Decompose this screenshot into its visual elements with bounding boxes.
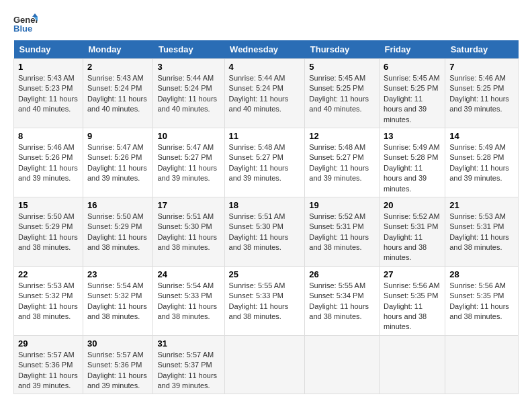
cell-content: Sunrise: 5:53 AMSunset: 5:32 PMDaylight:… bbox=[18, 281, 79, 322]
day-number: 25 bbox=[229, 269, 301, 279]
cell-content: Sunrise: 5:49 AMSunset: 5:28 PMDaylight:… bbox=[384, 142, 441, 194]
calendar-cell bbox=[305, 335, 380, 394]
col-header-sunday: Sunday bbox=[14, 40, 83, 59]
cell-content: Sunrise: 5:56 AMSunset: 5:35 PMDaylight:… bbox=[384, 281, 441, 332]
calendar-cell: 27Sunrise: 5:56 AMSunset: 5:35 PMDayligh… bbox=[379, 266, 445, 335]
day-number: 2 bbox=[87, 62, 148, 72]
day-number: 6 bbox=[384, 62, 441, 72]
logo: General Blue bbox=[13, 13, 38, 34]
cell-content: Sunrise: 5:53 AMSunset: 5:31 PMDaylight:… bbox=[449, 212, 514, 253]
calendar-cell: 10Sunrise: 5:47 AMSunset: 5:27 PMDayligh… bbox=[153, 128, 224, 197]
cell-content: Sunrise: 5:48 AMSunset: 5:27 PMDaylight:… bbox=[309, 142, 375, 184]
calendar-cell: 14Sunrise: 5:49 AMSunset: 5:28 PMDayligh… bbox=[445, 128, 519, 197]
day-number: 24 bbox=[157, 269, 220, 279]
cell-content: Sunrise: 5:50 AMSunset: 5:29 PMDaylight:… bbox=[87, 212, 148, 253]
day-number: 23 bbox=[87, 269, 148, 279]
cell-content: Sunrise: 5:47 AMSunset: 5:27 PMDaylight:… bbox=[157, 142, 220, 184]
cell-content: Sunrise: 5:57 AMSunset: 5:36 PMDaylight:… bbox=[18, 350, 79, 392]
cell-content: Sunrise: 5:55 AMSunset: 5:33 PMDaylight:… bbox=[229, 281, 301, 322]
calendar-cell bbox=[379, 335, 445, 394]
calendar-cell: 28Sunrise: 5:56 AMSunset: 5:35 PMDayligh… bbox=[445, 266, 519, 335]
cell-content: Sunrise: 5:55 AMSunset: 5:34 PMDaylight:… bbox=[309, 281, 375, 322]
calendar-cell: 22Sunrise: 5:53 AMSunset: 5:32 PMDayligh… bbox=[14, 266, 83, 335]
day-number: 1 bbox=[18, 62, 79, 72]
calendar-cell: 20Sunrise: 5:52 AMSunset: 5:31 PMDayligh… bbox=[379, 197, 445, 266]
week-row: 8Sunrise: 5:46 AMSunset: 5:26 PMDaylight… bbox=[14, 128, 519, 197]
calendar-cell bbox=[445, 335, 519, 394]
cell-content: Sunrise: 5:46 AMSunset: 5:25 PMDaylight:… bbox=[449, 73, 514, 115]
col-header-friday: Friday bbox=[379, 40, 445, 59]
cell-content: Sunrise: 5:52 AMSunset: 5:31 PMDaylight:… bbox=[384, 212, 441, 263]
calendar-cell: 1Sunrise: 5:43 AMSunset: 5:23 PMDaylight… bbox=[14, 59, 83, 128]
cell-content: Sunrise: 5:52 AMSunset: 5:31 PMDaylight:… bbox=[309, 212, 375, 253]
cell-content: Sunrise: 5:47 AMSunset: 5:26 PMDaylight:… bbox=[87, 142, 148, 184]
day-number: 29 bbox=[18, 338, 79, 349]
cell-content: Sunrise: 5:50 AMSunset: 5:29 PMDaylight:… bbox=[18, 212, 79, 253]
day-number: 5 bbox=[309, 62, 375, 72]
calendar-cell: 25Sunrise: 5:55 AMSunset: 5:33 PMDayligh… bbox=[224, 266, 305, 335]
day-number: 4 bbox=[229, 62, 301, 72]
cell-content: Sunrise: 5:45 AMSunset: 5:25 PMDaylight:… bbox=[309, 73, 375, 115]
calendar-cell: 11Sunrise: 5:48 AMSunset: 5:27 PMDayligh… bbox=[224, 128, 305, 197]
day-number: 26 bbox=[309, 269, 375, 279]
calendar-cell: 6Sunrise: 5:45 AMSunset: 5:25 PMDaylight… bbox=[379, 59, 445, 128]
day-number: 28 bbox=[449, 269, 514, 279]
day-number: 13 bbox=[384, 131, 441, 141]
day-number: 9 bbox=[87, 131, 148, 141]
day-number: 22 bbox=[18, 269, 79, 279]
header: General Blue bbox=[13, 13, 519, 34]
calendar-table: SundayMondayTuesdayWednesdayThursdayFrid… bbox=[13, 40, 519, 394]
day-number: 17 bbox=[157, 200, 220, 210]
calendar-cell: 5Sunrise: 5:45 AMSunset: 5:25 PMDaylight… bbox=[305, 59, 380, 128]
col-header-monday: Monday bbox=[83, 40, 152, 59]
cell-content: Sunrise: 5:49 AMSunset: 5:28 PMDaylight:… bbox=[449, 142, 514, 184]
calendar-cell: 8Sunrise: 5:46 AMSunset: 5:26 PMDaylight… bbox=[14, 128, 83, 197]
calendar-cell: 7Sunrise: 5:46 AMSunset: 5:25 PMDaylight… bbox=[445, 59, 519, 128]
header-row: SundayMondayTuesdayWednesdayThursdayFrid… bbox=[14, 40, 519, 59]
day-number: 3 bbox=[157, 62, 220, 72]
cell-content: Sunrise: 5:54 AMSunset: 5:32 PMDaylight:… bbox=[87, 281, 148, 322]
week-row: 29Sunrise: 5:57 AMSunset: 5:36 PMDayligh… bbox=[14, 335, 519, 394]
col-header-wednesday: Wednesday bbox=[224, 40, 305, 59]
cell-content: Sunrise: 5:44 AMSunset: 5:24 PMDaylight:… bbox=[229, 73, 301, 115]
calendar-cell: 21Sunrise: 5:53 AMSunset: 5:31 PMDayligh… bbox=[445, 197, 519, 266]
cell-content: Sunrise: 5:57 AMSunset: 5:36 PMDaylight:… bbox=[87, 350, 148, 392]
calendar-cell: 31Sunrise: 5:57 AMSunset: 5:37 PMDayligh… bbox=[153, 335, 224, 394]
day-number: 14 bbox=[449, 131, 514, 141]
calendar-cell: 30Sunrise: 5:57 AMSunset: 5:36 PMDayligh… bbox=[83, 335, 152, 394]
calendar-cell bbox=[224, 335, 305, 394]
cell-content: Sunrise: 5:51 AMSunset: 5:30 PMDaylight:… bbox=[157, 212, 220, 253]
calendar-cell: 4Sunrise: 5:44 AMSunset: 5:24 PMDaylight… bbox=[224, 59, 305, 128]
calendar-cell: 17Sunrise: 5:51 AMSunset: 5:30 PMDayligh… bbox=[153, 197, 224, 266]
day-number: 15 bbox=[18, 200, 79, 210]
calendar-cell: 9Sunrise: 5:47 AMSunset: 5:26 PMDaylight… bbox=[83, 128, 152, 197]
cell-content: Sunrise: 5:51 AMSunset: 5:30 PMDaylight:… bbox=[229, 212, 301, 253]
col-header-thursday: Thursday bbox=[305, 40, 380, 59]
day-number: 21 bbox=[449, 200, 514, 210]
cell-content: Sunrise: 5:43 AMSunset: 5:23 PMDaylight:… bbox=[18, 73, 79, 115]
calendar-cell: 18Sunrise: 5:51 AMSunset: 5:30 PMDayligh… bbox=[224, 197, 305, 266]
day-number: 7 bbox=[449, 62, 514, 72]
calendar-cell: 19Sunrise: 5:52 AMSunset: 5:31 PMDayligh… bbox=[305, 197, 380, 266]
day-number: 18 bbox=[229, 200, 301, 210]
calendar-cell: 24Sunrise: 5:54 AMSunset: 5:33 PMDayligh… bbox=[153, 266, 224, 335]
day-number: 20 bbox=[384, 200, 441, 210]
day-number: 27 bbox=[384, 269, 441, 279]
day-number: 10 bbox=[157, 131, 220, 141]
calendar-cell: 16Sunrise: 5:50 AMSunset: 5:29 PMDayligh… bbox=[83, 197, 152, 266]
week-row: 1Sunrise: 5:43 AMSunset: 5:23 PMDaylight… bbox=[14, 59, 519, 128]
cell-content: Sunrise: 5:46 AMSunset: 5:26 PMDaylight:… bbox=[18, 142, 79, 184]
day-number: 19 bbox=[309, 200, 375, 210]
day-number: 12 bbox=[309, 131, 375, 141]
col-header-saturday: Saturday bbox=[445, 40, 519, 59]
col-header-tuesday: Tuesday bbox=[153, 40, 224, 59]
calendar-cell: 29Sunrise: 5:57 AMSunset: 5:36 PMDayligh… bbox=[14, 335, 83, 394]
cell-content: Sunrise: 5:54 AMSunset: 5:33 PMDaylight:… bbox=[157, 281, 220, 322]
day-number: 30 bbox=[87, 338, 148, 349]
week-row: 22Sunrise: 5:53 AMSunset: 5:32 PMDayligh… bbox=[14, 266, 519, 335]
cell-content: Sunrise: 5:45 AMSunset: 5:25 PMDaylight:… bbox=[384, 73, 441, 125]
week-row: 15Sunrise: 5:50 AMSunset: 5:29 PMDayligh… bbox=[14, 197, 519, 266]
day-number: 8 bbox=[18, 131, 79, 141]
svg-text:Blue: Blue bbox=[13, 24, 32, 34]
logo-icon: General Blue bbox=[13, 13, 38, 34]
